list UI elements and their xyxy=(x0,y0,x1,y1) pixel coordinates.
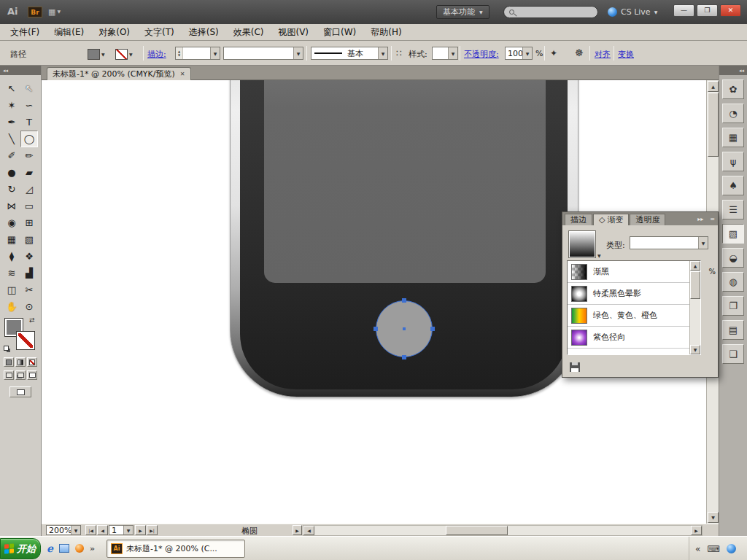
stepper-icon[interactable]: ▲▼ xyxy=(176,47,183,59)
scroll-right-icon[interactable]: ▶ xyxy=(691,526,702,535)
gradient-panel-icon[interactable]: ▧ xyxy=(722,224,744,244)
menu-help[interactable]: 帮助(H) xyxy=(363,23,409,42)
chevron-down-icon[interactable]: ▼ xyxy=(123,526,133,534)
zoom-tool[interactable]: ⊙ xyxy=(20,298,38,315)
slice-tool[interactable]: ✂ xyxy=(20,281,38,298)
magic-wand-tool[interactable]: ✶ xyxy=(3,97,20,114)
close-button[interactable]: ✕ xyxy=(720,4,741,17)
collapse-icon[interactable]: ◂◂ xyxy=(739,68,744,74)
last-artboard-button[interactable]: ▶| xyxy=(147,525,158,535)
chevron-down-icon[interactable]: ▼ xyxy=(448,47,457,59)
gradient-button[interactable] xyxy=(15,357,26,367)
blob-brush-tool[interactable]: ● xyxy=(3,164,20,181)
illustrator-task-button[interactable]: Ai 未标题-1* @ 200% (C... xyxy=(107,540,245,558)
brushes-icon[interactable]: ψ xyxy=(722,152,744,171)
line-segment-tool[interactable]: ╲ xyxy=(3,131,20,147)
recolor-artwork-icon[interactable]: ☸ xyxy=(575,47,584,58)
rotate-tool[interactable]: ↻ xyxy=(3,181,20,198)
scale-tool[interactable]: ◿ xyxy=(20,181,38,198)
gradient-preset-fade-to-black[interactable]: 渐黑 xyxy=(568,261,689,283)
chevron-down-icon[interactable]: ▼ xyxy=(698,237,708,249)
internet-explorer-icon[interactable]: e xyxy=(47,542,53,554)
brush-options-icon[interactable]: ∷ xyxy=(396,48,402,58)
anchor-point-top[interactable] xyxy=(402,298,406,303)
minimize-button[interactable]: — xyxy=(673,4,694,17)
tab-transparency[interactable]: 透明度 xyxy=(630,214,665,225)
vertical-scroll-thumb[interactable] xyxy=(708,93,719,157)
artboard-number-combo[interactable]: 1 ▼ xyxy=(109,525,133,535)
transparency-panel-icon[interactable]: ◒ xyxy=(722,248,744,268)
none-button[interactable] xyxy=(27,357,37,367)
status-menu-icon[interactable]: ▶ xyxy=(293,525,302,535)
workspace-switcher[interactable]: 基本功能 ▼ xyxy=(436,5,489,19)
stroke-color-swatch[interactable] xyxy=(16,331,35,350)
opacity-link[interactable]: 不透明度: xyxy=(464,49,499,60)
column-graph-tool[interactable]: ▟ xyxy=(20,265,38,281)
shape-builder-tool[interactable]: ◉ xyxy=(3,214,20,231)
brush-definition-combo[interactable]: 基本 ▼ xyxy=(311,47,388,60)
preset-list-scrollbar[interactable]: ▲ ▼ xyxy=(689,261,700,354)
stroke-panel-link[interactable]: 描边: xyxy=(147,49,166,60)
scroll-up-icon[interactable]: ▲ xyxy=(690,261,700,271)
tray-network-icon[interactable] xyxy=(727,544,736,553)
bridge-icon[interactable]: Br xyxy=(28,7,42,18)
direct-selection-tool[interactable]: ↖ xyxy=(20,80,38,97)
paintbrush-tool[interactable]: ✐ xyxy=(3,147,20,164)
mesh-tool[interactable]: ▦ xyxy=(3,231,20,248)
tab-stroke[interactable]: 描边 xyxy=(565,214,592,225)
show-desktop-icon[interactable] xyxy=(59,544,69,553)
tray-collapse-icon[interactable]: « xyxy=(695,544,700,554)
fill-color-dropdown[interactable]: ▼ xyxy=(88,47,105,61)
collapse-icon[interactable]: ◂◂ xyxy=(3,68,8,74)
panel-menu-icon[interactable]: ≡ xyxy=(710,216,715,222)
pen-tool[interactable]: ✒ xyxy=(3,114,20,131)
anchor-point-left[interactable] xyxy=(374,327,378,331)
opacity-combo[interactable]: 100 ▼ xyxy=(505,47,533,60)
expand-panel-icon[interactable]: ▸▸ xyxy=(697,216,703,222)
screen-mode-button[interactable] xyxy=(9,386,31,397)
type-tool[interactable]: T xyxy=(20,114,38,131)
scroll-down-icon[interactable]: ▼ xyxy=(690,345,700,354)
color-button[interactable] xyxy=(4,357,14,367)
stroke-panel-icon[interactable]: ☰ xyxy=(722,200,744,219)
anchor-point-bottom[interactable] xyxy=(402,355,406,359)
horizontal-scroll-thumb[interactable] xyxy=(446,526,508,535)
scroll-up-icon[interactable]: ▲ xyxy=(708,81,719,92)
pencil-tool[interactable]: ✏ xyxy=(20,147,38,164)
search-input[interactable] xyxy=(503,6,598,18)
graphic-styles-icon[interactable]: ❐ xyxy=(722,296,744,316)
keyboard-layout-icon[interactable]: ⌨ xyxy=(707,544,719,554)
color-guide-icon[interactable]: ◔ xyxy=(722,104,744,123)
hand-tool[interactable]: ✋ xyxy=(3,298,20,315)
menu-effect[interactable]: 效果(C) xyxy=(226,23,271,42)
quick-launch-app-icon[interactable] xyxy=(75,544,84,553)
eraser-tool[interactable]: ▰ xyxy=(20,164,38,181)
brush-name[interactable]: 基本 xyxy=(345,48,378,59)
first-artboard-button[interactable]: |◀ xyxy=(85,525,96,535)
draw-normal-button[interactable] xyxy=(4,370,14,380)
menu-window[interactable]: 窗口(W) xyxy=(316,23,363,42)
gradient-preset-purple-radial[interactable]: 紫色径向 xyxy=(568,327,689,349)
menu-file[interactable]: 文件(F) xyxy=(3,23,47,42)
scroll-left-icon[interactable]: ◀ xyxy=(303,526,314,535)
preset-scroll-thumb[interactable] xyxy=(690,271,700,299)
anchor-point-right[interactable] xyxy=(430,327,435,331)
gradient-preset-green-yellow-orange[interactable]: 绿色、黄色、橙色 xyxy=(568,305,689,327)
gradient-type-combo[interactable]: ▼ xyxy=(630,236,708,249)
zoom-value[interactable]: 200% xyxy=(47,526,71,535)
swatches-icon[interactable]: ▦ xyxy=(722,128,744,147)
chevron-down-icon[interactable]: ▼ xyxy=(293,47,303,59)
gradient-preset-soft-black-vignette[interactable]: 特柔黑色晕影 xyxy=(568,283,689,305)
menu-type[interactable]: 文字(T) xyxy=(137,23,182,42)
previous-artboard-button[interactable]: ◀ xyxy=(97,525,108,535)
tab-gradient[interactable]: ◇ 渐变 xyxy=(593,214,629,225)
chevron-down-icon[interactable]: ▼ xyxy=(522,47,532,59)
menu-object[interactable]: 对象(O) xyxy=(91,23,137,42)
default-fill-stroke-icon[interactable] xyxy=(4,346,9,351)
restore-button[interactable]: ❐ xyxy=(697,4,718,17)
ellipse-tool[interactable]: ◯ xyxy=(20,131,38,147)
appearance-panel-icon[interactable]: ◍ xyxy=(722,272,744,292)
menu-edit[interactable]: 编辑(E) xyxy=(47,23,91,42)
color-panel-icon[interactable]: ✿ xyxy=(722,79,744,99)
quick-launch-overflow-icon[interactable]: » xyxy=(90,544,95,553)
